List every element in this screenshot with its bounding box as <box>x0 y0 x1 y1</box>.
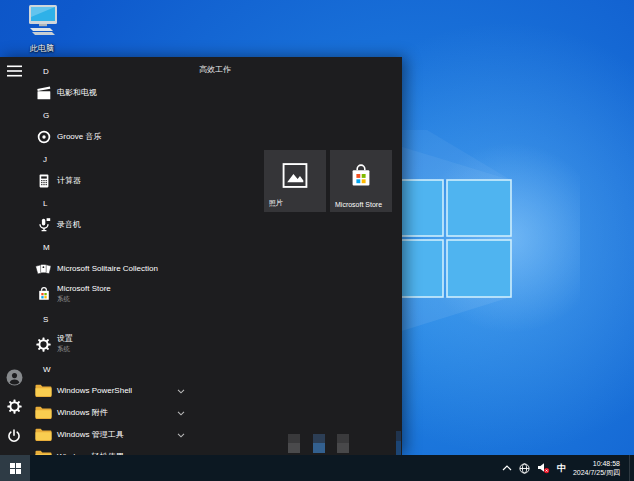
app-sublabel: 系统 <box>57 344 73 354</box>
app-item-录音机[interactable]: 录音机 <box>30 214 188 236</box>
show-desktop-button[interactable] <box>629 455 634 481</box>
start-menu-app-list: D电影和电视GGroove 音乐J计算器L录音机MMicrosoft Solit… <box>30 60 188 468</box>
app-folder-windows-管理工具[interactable]: Windows 管理工具 <box>30 424 188 446</box>
app-item-计算器[interactable]: 计算器 <box>30 170 188 192</box>
app-folder-windows-powershell[interactable]: Windows PowerShell <box>30 380 188 402</box>
this-pc-label: 此电脑 <box>30 43 54 54</box>
app-text: 设置系统 <box>57 334 73 354</box>
app-text: 计算器 <box>57 176 81 186</box>
rail-settings-button[interactable] <box>4 398 24 418</box>
app-section-header-l[interactable]: L <box>30 192 188 214</box>
app-section-header-s[interactable]: S <box>30 308 188 330</box>
partial-tile[interactable] <box>337 434 349 453</box>
app-text: Groove 音乐 <box>57 132 101 142</box>
tile-microsoft-store[interactable]: Microsoft Store <box>330 150 392 212</box>
chevron-down-icon <box>177 389 185 394</box>
app-label: 电影和电视 <box>57 88 97 98</box>
app-text: 电影和电视 <box>57 88 97 98</box>
app-folder-windows-附件[interactable]: Windows 附件 <box>30 402 188 424</box>
app-section-header-w[interactable]: W <box>30 358 188 380</box>
taskbar: 中 10:48:58 2024/7/25/周四 <box>0 455 634 481</box>
start-menu: D电影和电视GGroove 音乐J计算器L录音机MMicrosoft Solit… <box>0 57 402 455</box>
chevron-down-icon <box>177 411 185 416</box>
hamburger-icon <box>7 63 22 81</box>
chevron-down-icon <box>177 433 185 438</box>
windows-logo-icon <box>10 463 21 474</box>
app-item-设置[interactable]: 设置系统 <box>30 330 188 358</box>
app-label: 设置 <box>57 334 73 344</box>
network-globe-icon[interactable] <box>519 463 530 474</box>
partial-tile[interactable] <box>288 434 300 453</box>
photos-tile-icon <box>282 162 309 193</box>
groove-icon <box>35 129 52 145</box>
store-bag-tile-icon <box>348 162 374 195</box>
gear-icon <box>7 399 22 418</box>
app-label: Microsoft Store <box>57 284 111 294</box>
app-text: Windows 附件 <box>57 408 108 418</box>
clock-date: 2024/7/25/周四 <box>573 468 620 477</box>
taskbar-clock[interactable]: 10:48:58 2024/7/25/周四 <box>573 459 620 477</box>
tile-label: Microsoft Store <box>335 201 382 208</box>
tile-label: 照片 <box>269 198 283 208</box>
system-tray: 中 10:48:58 2024/7/25/周四 <box>502 455 634 481</box>
movies-tv-icon <box>35 85 52 101</box>
desktop: 此电脑 D电影和电视GGroove 音乐J计算器L录音机MMicrosoft S… <box>0 0 634 481</box>
voice-recorder-icon <box>35 217 52 233</box>
app-text: Windows PowerShell <box>57 386 132 396</box>
clock-time: 10:48:58 <box>573 459 620 468</box>
solitaire-icon <box>35 261 52 277</box>
tile-group-title[interactable]: 高效工作 <box>199 64 231 75</box>
tile-照片[interactable]: 照片 <box>264 150 326 212</box>
rail-user-account-button[interactable] <box>4 369 24 389</box>
app-text: Microsoft Solitaire Collection <box>57 264 158 274</box>
app-label: Windows 管理工具 <box>57 430 124 440</box>
app-section-header-m[interactable]: M <box>30 236 188 258</box>
partial-tile[interactable] <box>313 434 325 453</box>
app-item-microsoft-solitaire-collection[interactable]: Microsoft Solitaire Collection <box>30 258 188 280</box>
app-text: Microsoft Store系统 <box>57 284 111 304</box>
volume-muted-icon[interactable] <box>537 462 550 474</box>
power-icon <box>7 429 21 447</box>
start-button[interactable] <box>0 455 30 481</box>
chevron-up-icon[interactable] <box>502 465 512 471</box>
ime-input-indicator[interactable]: 中 <box>557 462 566 475</box>
desktop-icon-this-pc[interactable]: 此电脑 <box>13 4 71 54</box>
app-section-header-g[interactable]: G <box>30 104 188 126</box>
app-item-microsoft-store[interactable]: Microsoft Store系统 <box>30 280 188 308</box>
avatar-icon <box>6 369 23 390</box>
app-label: 录音机 <box>57 220 81 230</box>
folder-icon <box>35 383 52 399</box>
rail-menu-expand-button[interactable] <box>4 62 24 82</box>
app-text: Windows 管理工具 <box>57 430 124 440</box>
calculator-icon <box>35 173 52 189</box>
app-section-header-d[interactable]: D <box>30 60 188 82</box>
app-section-header-j[interactable]: J <box>30 148 188 170</box>
app-label: 计算器 <box>57 176 81 186</box>
app-text: 录音机 <box>57 220 81 230</box>
folder-icon <box>35 427 52 443</box>
tile-group: 照片Microsoft Store <box>264 150 392 212</box>
app-label: Windows PowerShell <box>57 386 132 396</box>
partial-tile-edge <box>396 431 401 455</box>
gear-icon <box>35 336 52 352</box>
app-item-groove-音乐[interactable]: Groove 音乐 <box>30 126 188 148</box>
rail-power-button[interactable] <box>4 428 24 448</box>
app-label: Groove 音乐 <box>57 132 101 142</box>
app-label: Windows 附件 <box>57 408 108 418</box>
app-item-电影和电视[interactable]: 电影和电视 <box>30 82 188 104</box>
folder-icon <box>35 405 52 421</box>
app-sublabel: 系统 <box>57 294 111 304</box>
app-label: Microsoft Solitaire Collection <box>57 264 158 274</box>
this-pc-icon <box>22 4 62 42</box>
store-bag-icon <box>35 286 52 302</box>
